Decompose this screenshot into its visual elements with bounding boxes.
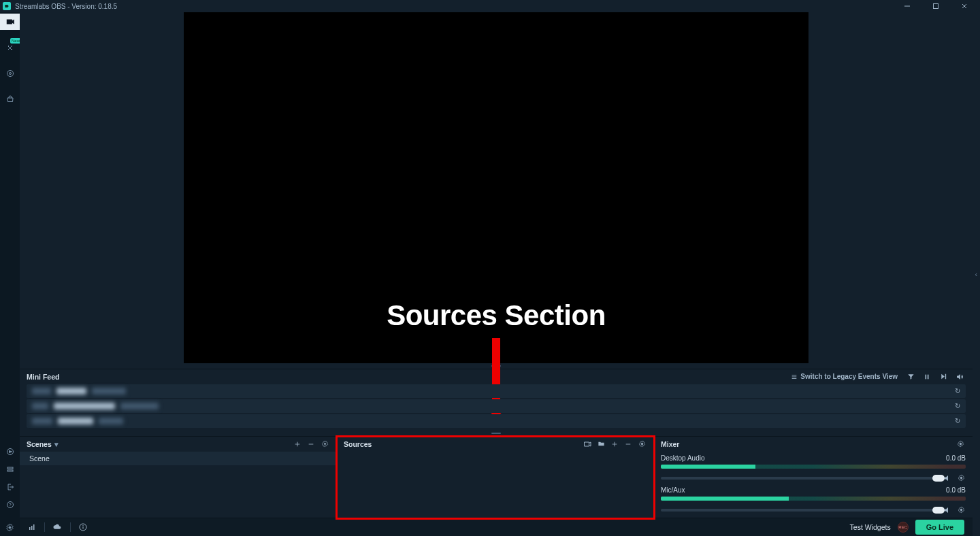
svg-point-7 bbox=[960, 443, 962, 445]
replay-event-icon[interactable]: ↻ bbox=[955, 387, 960, 395]
mixer-settings-button[interactable] bbox=[955, 439, 966, 450]
volume-slider[interactable] bbox=[661, 477, 938, 480]
mixer-track-db: 0.0 dB bbox=[946, 454, 966, 462]
slider-thumb[interactable] bbox=[932, 475, 945, 482]
vu-meter bbox=[661, 497, 966, 501]
info-icon[interactable] bbox=[79, 523, 87, 531]
toggle-source-visibility-button[interactable] bbox=[582, 439, 593, 450]
mixer-track-db: 0.0 dB bbox=[946, 486, 966, 494]
volume-slider[interactable] bbox=[661, 509, 938, 512]
nav-dashboard[interactable] bbox=[0, 65, 20, 82]
panel-resize-handle-bottom[interactable] bbox=[20, 431, 973, 436]
window-close-button[interactable] bbox=[951, 0, 977, 12]
svg-point-9 bbox=[960, 509, 962, 511]
mini-feed-title: Mini Feed bbox=[27, 373, 59, 381]
window-title: Streamlabs OBS - Version: 0.18.5 bbox=[15, 3, 117, 10]
svg-rect-14 bbox=[83, 526, 84, 529]
feed-event-row[interactable]: ↻ bbox=[27, 414, 966, 428]
svg-point-1 bbox=[7, 71, 13, 77]
scenes-title: Scenes bbox=[27, 440, 52, 448]
nav-logout[interactable] bbox=[6, 483, 14, 491]
window-titlebar: Streamlabs OBS - Version: 0.18.5 bbox=[0, 0, 980, 12]
switch-legacy-events-link[interactable]: Switch to Legacy Events View bbox=[791, 373, 898, 380]
replay-event-icon[interactable]: ↻ bbox=[955, 402, 960, 409]
add-folder-button[interactable] bbox=[595, 439, 606, 450]
nav-store[interactable] bbox=[0, 91, 20, 107]
window-minimize-button[interactable] bbox=[894, 0, 920, 12]
mixer-track: Mic/Aux 0.0 dB bbox=[654, 484, 973, 516]
nav-help[interactable] bbox=[6, 501, 14, 509]
remove-scene-button[interactable] bbox=[306, 439, 316, 450]
preview-area: Sources Section bbox=[20, 12, 973, 363]
replay-event-icon[interactable]: ↻ bbox=[955, 417, 960, 424]
add-scene-button[interactable] bbox=[292, 439, 303, 450]
svg-rect-3 bbox=[926, 375, 927, 380]
mixer-title: Mixer bbox=[661, 440, 679, 448]
svg-rect-18 bbox=[7, 470, 13, 471]
scene-item[interactable]: Scene bbox=[20, 452, 337, 465]
nav-editor[interactable] bbox=[0, 14, 20, 30]
feed-skip-icon[interactable] bbox=[937, 371, 949, 383]
bottom-bar: Test Widgets REC Go Live bbox=[20, 518, 973, 537]
stats-icon[interactable] bbox=[28, 523, 36, 531]
remove-source-button[interactable] bbox=[623, 439, 634, 450]
track-settings-icon[interactable] bbox=[956, 505, 966, 515]
mixer-track: Desktop Audio 0.0 dB bbox=[654, 452, 973, 484]
scenes-panel: Scenes ▾ Scene bbox=[20, 437, 337, 518]
svg-rect-17 bbox=[7, 467, 13, 469]
feed-event-row[interactable]: ↻ bbox=[27, 384, 966, 398]
chevron-left-icon: ‹ bbox=[975, 271, 977, 278]
add-source-button[interactable] bbox=[609, 439, 620, 450]
svg-rect-12 bbox=[33, 524, 35, 530]
cloud-icon[interactable] bbox=[53, 522, 62, 531]
scenes-collections-dropdown[interactable]: ▾ bbox=[54, 440, 59, 448]
left-bottom-nav bbox=[0, 448, 20, 509]
svg-point-2 bbox=[9, 73, 11, 75]
go-live-button[interactable]: Go Live bbox=[915, 520, 964, 535]
nav-themes[interactable]: New bbox=[0, 39, 20, 56]
record-button[interactable]: REC bbox=[898, 522, 909, 533]
svg-point-5 bbox=[324, 443, 326, 445]
svg-rect-15 bbox=[83, 525, 84, 526]
mixer-track-label: Mic/Aux bbox=[661, 486, 685, 494]
nav-settings[interactable] bbox=[0, 523, 20, 532]
svg-point-6 bbox=[641, 443, 643, 445]
nav-studio-mode[interactable] bbox=[6, 448, 14, 456]
feed-pause-icon[interactable] bbox=[921, 371, 933, 383]
feed-filter-icon[interactable] bbox=[904, 371, 917, 383]
mixer-panel: Mixer Desktop Audio 0.0 dB bbox=[654, 437, 973, 518]
test-widgets-button[interactable]: Test Widgets bbox=[850, 523, 891, 531]
sources-list[interactable] bbox=[337, 452, 654, 518]
app-logo-icon bbox=[3, 2, 11, 10]
nav-layout-editor[interactable] bbox=[6, 465, 14, 473]
feed-mute-icon[interactable] bbox=[953, 371, 966, 383]
vu-meter bbox=[661, 465, 966, 469]
svg-rect-4 bbox=[928, 375, 929, 380]
svg-point-8 bbox=[960, 477, 962, 479]
scene-settings-button[interactable] bbox=[319, 439, 330, 450]
track-settings-icon[interactable] bbox=[956, 473, 966, 483]
feed-event-row[interactable]: ↻ bbox=[27, 399, 966, 413]
svg-rect-10 bbox=[29, 527, 31, 530]
window-maximize-button[interactable] bbox=[923, 0, 949, 12]
sources-title: Sources bbox=[344, 440, 372, 448]
scene-item-label: Scene bbox=[29, 454, 50, 463]
right-collapse-rail[interactable]: ‹ bbox=[973, 12, 980, 536]
annotation-label: Sources Section bbox=[387, 299, 606, 332]
svg-rect-0 bbox=[934, 4, 938, 9]
slider-thumb[interactable] bbox=[932, 507, 945, 514]
preview-canvas[interactable]: Sources Section bbox=[184, 12, 808, 363]
sources-panel: Sources bbox=[337, 437, 654, 518]
svg-point-20 bbox=[9, 526, 11, 529]
svg-rect-11 bbox=[31, 526, 33, 530]
source-settings-button[interactable] bbox=[636, 439, 647, 450]
mixer-track-label: Desktop Audio bbox=[661, 454, 705, 462]
